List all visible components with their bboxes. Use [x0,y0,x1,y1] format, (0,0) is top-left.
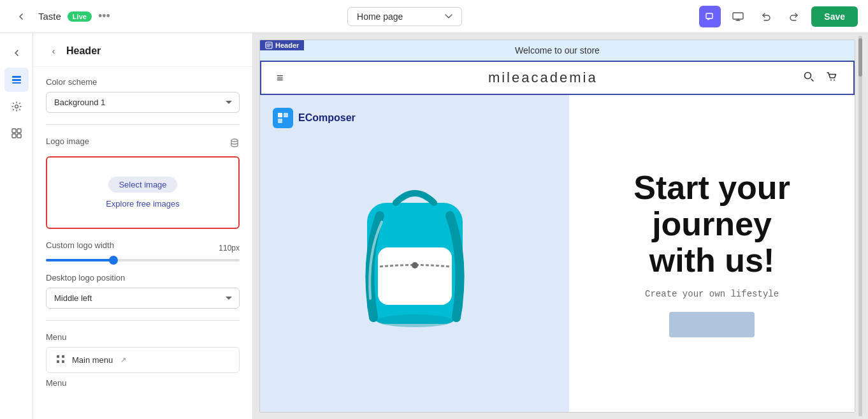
hamburger-icon[interactable]: ≡ [277,71,284,85]
svg-rect-7 [17,129,21,133]
canvas-area: Header Welcome to our store ≡ mileacadem… [253,33,868,419]
logo-position-group: Desktop logo position Middle left [46,273,240,309]
logo-width-value: 110px [219,244,240,253]
ecomposer-logo-icon [273,108,293,128]
svg-point-17 [830,79,832,80]
svg-rect-19 [278,113,282,117]
sidebar-icon-bar [0,33,33,419]
search-icon[interactable] [802,70,815,86]
ecomposer-brand-text: EComposer [298,112,356,124]
hero-title-line1: Start your [633,169,790,206]
sidebar-settings-button[interactable] [4,94,29,119]
svg-rect-23 [378,247,452,305]
hero-right: Start your journey with us! Create your … [569,95,855,412]
page-selector-label: Home page [357,11,403,22]
svg-rect-3 [12,79,21,81]
hero-title-line3: with us! [649,242,774,279]
color-scheme-label: Color scheme [46,77,240,87]
svg-rect-14 [62,360,64,363]
topbar-right: Save [699,6,858,27]
logo-width-label: Custom logo width [46,240,114,250]
logo-position-select[interactable]: Middle left [46,288,240,309]
nav-icons [802,70,838,86]
canvas-scrollbar[interactable] [858,33,863,419]
welcome-bar-text: Welcome to our store [515,45,600,55]
svg-rect-6 [12,129,16,133]
store-logo-text: mileacademia [284,70,802,86]
svg-rect-8 [12,134,16,138]
sidebar-layers-button[interactable] [4,68,29,92]
menu-section: Menu Main menu ↗ Menu [46,332,240,388]
collab-icon[interactable] [699,6,721,27]
header-badge-icon [265,41,273,49]
hero-title-line2: journey [652,205,772,242]
header-badge-label: Header [275,41,299,49]
slider-label-row: Custom logo width 110px [46,240,240,255]
ecomposer-badge: EComposer [273,108,356,128]
main-menu-label: Main menu [72,355,113,365]
hero-left: EComposer [260,95,569,412]
cart-icon[interactable] [825,70,838,86]
topbar-left: Taste Live ••• [10,6,110,27]
page-selector[interactable]: Home page [347,7,462,26]
database-icon [229,138,240,150]
svg-rect-4 [12,82,21,84]
save-button[interactable]: Save [811,6,858,27]
color-scheme-select[interactable]: Background 1 [46,92,240,113]
store-preview: Header Welcome to our store ≡ mileacadem… [259,40,855,413]
svg-rect-21 [278,119,282,123]
svg-rect-20 [284,113,288,117]
slider-thumb[interactable] [109,256,118,265]
svg-point-5 [15,105,18,108]
store-nav: ≡ mileacademia [260,61,855,95]
sidebar-back-button[interactable] [4,41,29,65]
back-button[interactable] [10,6,32,27]
panel-back-button[interactable]: ‹ [46,43,61,59]
logo-image-label: Logo image [46,136,89,146]
select-image-button[interactable]: Select image [108,177,177,193]
svg-point-24 [412,262,418,268]
hero-cta-button[interactable] [669,312,755,337]
live-badge: Live [68,11,92,22]
svg-rect-11 [57,355,59,358]
explore-images-link[interactable]: Explore free images [106,199,180,209]
logo-width-group: Custom logo width 110px [46,240,240,261]
topbar-center: Home page [118,7,692,26]
scrollbar-track [858,36,862,416]
svg-point-25 [377,314,453,327]
main-area: ‹ Header Color scheme Background 1 Logo … [0,33,868,419]
svg-rect-9 [17,134,21,138]
logo-width-slider-track[interactable] [46,259,240,261]
redo-button[interactable] [783,6,805,27]
logo-image-group: Logo image Select image Explore free ima… [46,136,240,229]
main-menu-item[interactable]: Main menu ↗ [46,347,240,373]
divider-2 [46,320,240,321]
welcome-bar: Header Welcome to our store [260,40,855,61]
divider-1 [46,124,240,125]
undo-button[interactable] [755,6,777,27]
menu-label: Menu [46,332,240,342]
backpack-image [332,165,498,356]
header-badge: Header [260,40,304,50]
chevron-down-icon [445,14,452,19]
menu-section-sublabel: Menu [46,378,240,388]
slider-fill [46,259,113,261]
svg-point-18 [834,79,835,80]
external-link-icon: ↗ [120,356,126,364]
hero-subtitle: Create your own lifestyle [645,289,779,299]
sidebar-elements-button[interactable] [4,121,29,145]
panel-title: Header [66,45,101,57]
more-options-button[interactable]: ••• [98,10,110,23]
scrollbar-thumb[interactable] [858,38,862,77]
desktop-preview-button[interactable] [727,6,749,27]
svg-rect-0 [706,13,712,18]
logo-image-header: Logo image [46,136,240,151]
hero-section: EComposer [260,95,855,412]
logo-image-upload[interactable]: Select image Explore free images [46,156,240,229]
color-scheme-group: Color scheme Background 1 [46,77,240,113]
svg-rect-2 [12,76,21,78]
hero-title: Start your journey with us! [633,170,790,279]
topbar: Taste Live ••• Home page Save [0,0,868,33]
svg-rect-1 [733,13,743,19]
app-logo-text: Taste [38,11,61,22]
